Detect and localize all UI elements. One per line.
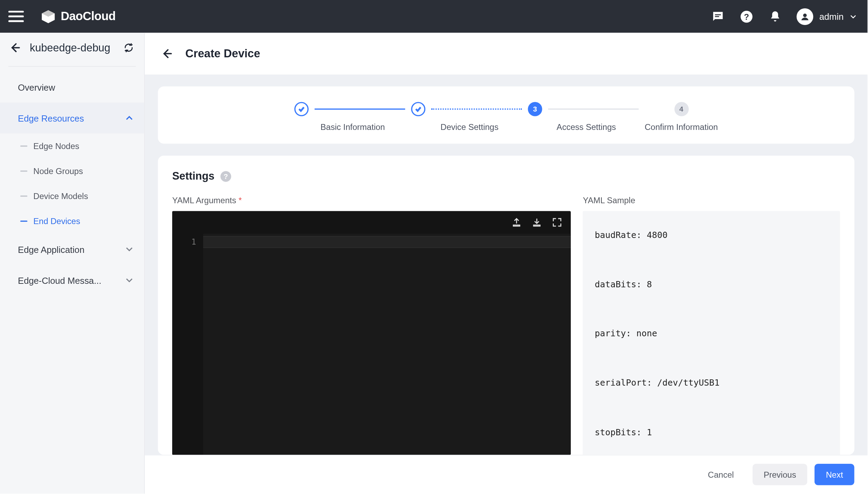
yaml-args-label: YAML Arguments bbox=[172, 196, 236, 205]
svg-point-6 bbox=[803, 13, 807, 17]
editor-gutter: 1 bbox=[172, 234, 203, 455]
upload-icon[interactable] bbox=[511, 217, 522, 228]
yaml-sample-label: YAML Sample bbox=[583, 196, 635, 205]
page-title: Create Device bbox=[185, 47, 260, 60]
help-icon[interactable]: ? bbox=[740, 9, 754, 24]
next-button[interactable]: Next bbox=[815, 464, 854, 485]
required-asterisk: * bbox=[239, 196, 242, 205]
divider bbox=[8, 66, 136, 67]
context-back-button[interactable] bbox=[8, 41, 22, 54]
avatar-icon bbox=[797, 8, 813, 25]
sidebar-group-edge-application[interactable]: Edge Application bbox=[0, 234, 144, 265]
svg-rect-2 bbox=[715, 14, 721, 15]
yaml-editor[interactable]: 1 bbox=[172, 211, 571, 455]
step-2-indicator bbox=[411, 102, 425, 116]
sidebar-item-device-models[interactable]: Device Models bbox=[0, 184, 144, 209]
context-name: kubeedge-debug bbox=[30, 41, 115, 54]
refresh-button[interactable] bbox=[123, 42, 134, 53]
sidebar-item-end-devices[interactable]: End Devices bbox=[0, 209, 144, 234]
sidebar-group-edge-resources[interactable]: Edge Resources bbox=[0, 102, 144, 133]
sidebar-group-edge-cloud-message[interactable]: Edge-Cloud Messa... bbox=[0, 265, 144, 296]
sidebar-item-node-groups[interactable]: Node Groups bbox=[0, 158, 144, 183]
brand-mark-icon bbox=[41, 9, 56, 24]
bell-icon[interactable] bbox=[768, 9, 782, 24]
step-4-label: Confirm Information bbox=[645, 122, 718, 132]
help-icon[interactable]: ? bbox=[220, 171, 231, 182]
footer: Cancel Previous Next bbox=[145, 455, 868, 494]
chevron-up-icon bbox=[125, 114, 133, 122]
step-3-indicator: 3 bbox=[528, 102, 542, 116]
previous-button[interactable]: Previous bbox=[752, 464, 808, 485]
user-menu[interactable]: admin bbox=[797, 8, 857, 25]
brand-name: DaoCloud bbox=[61, 9, 116, 23]
cancel-button[interactable]: Cancel bbox=[696, 464, 745, 485]
step-4-indicator: 4 bbox=[674, 102, 688, 116]
yaml-sample-box: baudRate: 4800 dataBits: 8 parity: none … bbox=[583, 211, 840, 455]
step-3-label: Access Settings bbox=[557, 122, 616, 132]
page-back-button[interactable] bbox=[160, 47, 174, 60]
hamburger-menu-button[interactable] bbox=[8, 9, 24, 24]
stepper: Basic Information Device Settings 3 bbox=[158, 87, 854, 144]
section-title: Settings bbox=[172, 170, 215, 182]
sidebar-item-edge-nodes[interactable]: Edge Nodes bbox=[0, 133, 144, 158]
chevron-down-icon bbox=[125, 276, 133, 285]
message-icon[interactable] bbox=[711, 9, 725, 24]
step-2-label: Device Settings bbox=[441, 122, 499, 132]
user-name-label: admin bbox=[819, 11, 844, 22]
svg-rect-3 bbox=[715, 16, 719, 17]
step-1-label: Basic Information bbox=[320, 122, 385, 132]
download-icon[interactable] bbox=[532, 217, 542, 228]
sidebar-item-overview[interactable]: Overview bbox=[0, 72, 144, 102]
svg-text:?: ? bbox=[744, 12, 749, 21]
step-1-indicator bbox=[294, 102, 309, 116]
expand-icon[interactable] bbox=[552, 217, 562, 228]
brand-logo[interactable]: DaoCloud bbox=[41, 9, 116, 24]
chevron-down-icon bbox=[850, 13, 857, 20]
editor-content[interactable] bbox=[203, 234, 571, 455]
chevron-down-icon bbox=[125, 245, 133, 253]
